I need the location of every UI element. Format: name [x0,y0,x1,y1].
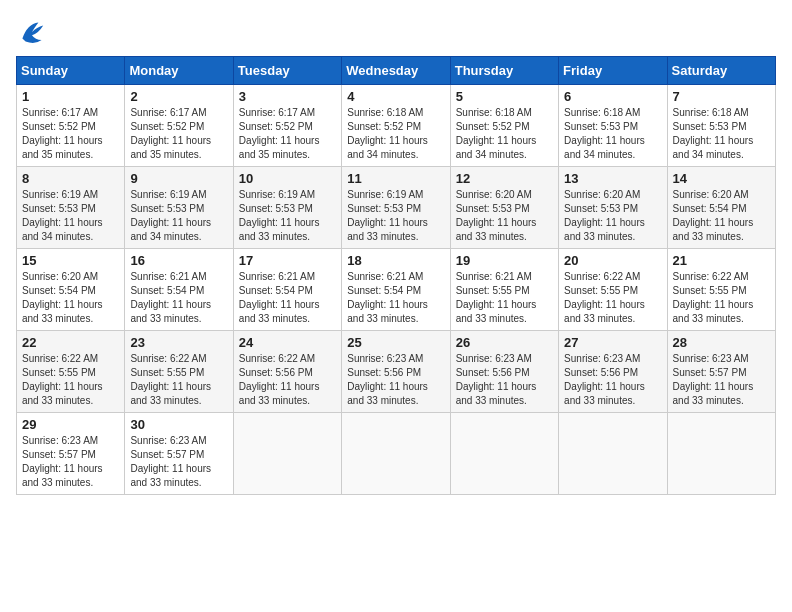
sunrise-text: Sunrise: 6:21 AM [347,271,423,282]
day-number: 23 [130,335,227,350]
sunrise-text: Sunrise: 6:19 AM [239,189,315,200]
calendar-cell: 1 Sunrise: 6:17 AM Sunset: 5:52 PM Dayli… [17,85,125,167]
page-header [16,16,776,48]
logo-bird-icon [16,16,48,48]
daylight-text: Daylight: 11 hours and 35 minutes. [130,135,211,160]
cell-content: Sunrise: 6:20 AM Sunset: 5:54 PM Dayligh… [673,188,770,244]
cell-content: Sunrise: 6:23 AM Sunset: 5:57 PM Dayligh… [673,352,770,408]
sunrise-text: Sunrise: 6:22 AM [564,271,640,282]
daylight-text: Daylight: 11 hours and 33 minutes. [673,381,754,406]
calendar-cell: 4 Sunrise: 6:18 AM Sunset: 5:52 PM Dayli… [342,85,450,167]
calendar-cell: 18 Sunrise: 6:21 AM Sunset: 5:54 PM Dayl… [342,249,450,331]
day-number: 1 [22,89,119,104]
logo [16,16,52,48]
sunset-text: Sunset: 5:56 PM [456,367,530,378]
daylight-text: Daylight: 11 hours and 34 minutes. [347,135,428,160]
calendar-cell: 2 Sunrise: 6:17 AM Sunset: 5:52 PM Dayli… [125,85,233,167]
sunrise-text: Sunrise: 6:17 AM [130,107,206,118]
sunrise-text: Sunrise: 6:19 AM [22,189,98,200]
calendar-cell: 30 Sunrise: 6:23 AM Sunset: 5:57 PM Dayl… [125,413,233,495]
cell-content: Sunrise: 6:18 AM Sunset: 5:53 PM Dayligh… [564,106,661,162]
daylight-text: Daylight: 11 hours and 35 minutes. [239,135,320,160]
calendar-cell [342,413,450,495]
day-number: 10 [239,171,336,186]
daylight-text: Daylight: 11 hours and 34 minutes. [22,217,103,242]
sunset-text: Sunset: 5:56 PM [239,367,313,378]
calendar-day-header: Monday [125,57,233,85]
calendar-cell [450,413,558,495]
cell-content: Sunrise: 6:18 AM Sunset: 5:52 PM Dayligh… [456,106,553,162]
sunset-text: Sunset: 5:52 PM [130,121,204,132]
day-number: 15 [22,253,119,268]
sunrise-text: Sunrise: 6:17 AM [239,107,315,118]
cell-content: Sunrise: 6:23 AM Sunset: 5:57 PM Dayligh… [22,434,119,490]
calendar-cell: 5 Sunrise: 6:18 AM Sunset: 5:52 PM Dayli… [450,85,558,167]
cell-content: Sunrise: 6:22 AM Sunset: 5:55 PM Dayligh… [673,270,770,326]
sunset-text: Sunset: 5:52 PM [239,121,313,132]
daylight-text: Daylight: 11 hours and 33 minutes. [239,299,320,324]
sunset-text: Sunset: 5:53 PM [239,203,313,214]
daylight-text: Daylight: 11 hours and 33 minutes. [347,381,428,406]
sunset-text: Sunset: 5:52 PM [22,121,96,132]
sunset-text: Sunset: 5:53 PM [564,203,638,214]
cell-content: Sunrise: 6:18 AM Sunset: 5:53 PM Dayligh… [673,106,770,162]
day-number: 27 [564,335,661,350]
calendar-cell: 19 Sunrise: 6:21 AM Sunset: 5:55 PM Dayl… [450,249,558,331]
cell-content: Sunrise: 6:21 AM Sunset: 5:54 PM Dayligh… [239,270,336,326]
sunset-text: Sunset: 5:54 PM [22,285,96,296]
day-number: 13 [564,171,661,186]
calendar-cell: 17 Sunrise: 6:21 AM Sunset: 5:54 PM Dayl… [233,249,341,331]
cell-content: Sunrise: 6:23 AM Sunset: 5:57 PM Dayligh… [130,434,227,490]
day-number: 8 [22,171,119,186]
day-number: 4 [347,89,444,104]
daylight-text: Daylight: 11 hours and 33 minutes. [239,381,320,406]
daylight-text: Daylight: 11 hours and 33 minutes. [673,299,754,324]
cell-content: Sunrise: 6:19 AM Sunset: 5:53 PM Dayligh… [239,188,336,244]
sunrise-text: Sunrise: 6:18 AM [673,107,749,118]
day-number: 2 [130,89,227,104]
sunrise-text: Sunrise: 6:23 AM [456,353,532,364]
calendar-day-header: Wednesday [342,57,450,85]
day-number: 7 [673,89,770,104]
calendar-cell: 24 Sunrise: 6:22 AM Sunset: 5:56 PM Dayl… [233,331,341,413]
daylight-text: Daylight: 11 hours and 35 minutes. [22,135,103,160]
daylight-text: Daylight: 11 hours and 33 minutes. [564,299,645,324]
calendar-cell: 26 Sunrise: 6:23 AM Sunset: 5:56 PM Dayl… [450,331,558,413]
calendar-cell: 9 Sunrise: 6:19 AM Sunset: 5:53 PM Dayli… [125,167,233,249]
daylight-text: Daylight: 11 hours and 33 minutes. [22,299,103,324]
day-number: 18 [347,253,444,268]
calendar-cell: 29 Sunrise: 6:23 AM Sunset: 5:57 PM Dayl… [17,413,125,495]
sunrise-text: Sunrise: 6:19 AM [130,189,206,200]
sunrise-text: Sunrise: 6:20 AM [564,189,640,200]
calendar-cell: 25 Sunrise: 6:23 AM Sunset: 5:56 PM Dayl… [342,331,450,413]
sunset-text: Sunset: 5:57 PM [130,449,204,460]
calendar-week-row: 1 Sunrise: 6:17 AM Sunset: 5:52 PM Dayli… [17,85,776,167]
day-number: 29 [22,417,119,432]
daylight-text: Daylight: 11 hours and 34 minutes. [456,135,537,160]
calendar-cell [667,413,775,495]
sunrise-text: Sunrise: 6:20 AM [22,271,98,282]
sunset-text: Sunset: 5:52 PM [456,121,530,132]
daylight-text: Daylight: 11 hours and 33 minutes. [130,299,211,324]
cell-content: Sunrise: 6:21 AM Sunset: 5:54 PM Dayligh… [347,270,444,326]
sunrise-text: Sunrise: 6:21 AM [239,271,315,282]
day-number: 21 [673,253,770,268]
calendar-cell: 16 Sunrise: 6:21 AM Sunset: 5:54 PM Dayl… [125,249,233,331]
cell-content: Sunrise: 6:20 AM Sunset: 5:53 PM Dayligh… [456,188,553,244]
day-number: 20 [564,253,661,268]
sunset-text: Sunset: 5:53 PM [22,203,96,214]
daylight-text: Daylight: 11 hours and 34 minutes. [673,135,754,160]
day-number: 24 [239,335,336,350]
day-number: 14 [673,171,770,186]
sunrise-text: Sunrise: 6:22 AM [22,353,98,364]
sunrise-text: Sunrise: 6:23 AM [130,435,206,446]
sunrise-text: Sunrise: 6:22 AM [239,353,315,364]
calendar-day-header: Saturday [667,57,775,85]
cell-content: Sunrise: 6:22 AM Sunset: 5:55 PM Dayligh… [564,270,661,326]
calendar-cell: 8 Sunrise: 6:19 AM Sunset: 5:53 PM Dayli… [17,167,125,249]
calendar-body: 1 Sunrise: 6:17 AM Sunset: 5:52 PM Dayli… [17,85,776,495]
sunset-text: Sunset: 5:56 PM [347,367,421,378]
day-number: 17 [239,253,336,268]
day-number: 5 [456,89,553,104]
day-number: 25 [347,335,444,350]
